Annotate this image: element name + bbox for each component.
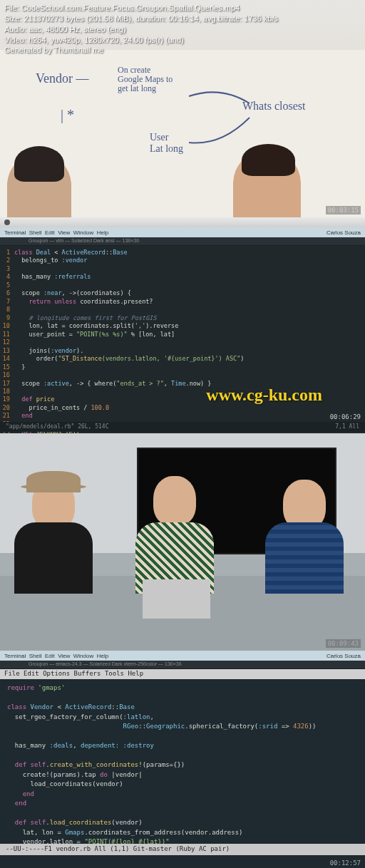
person-head [7, 153, 71, 217]
hand-oncreate: On createGoogle Maps toget lat long [118, 66, 173, 94]
arrow-icon [185, 82, 253, 118]
laptop [143, 579, 210, 619]
person-left [14, 480, 93, 594]
timestamp: 00:09:43 [326, 639, 361, 648]
meta-generated: Generated by Thumbnail me [4, 45, 278, 56]
timestamp: 00:12:57 [330, 859, 361, 867]
vim-status-bar: "app/models/deal.rb" 26L, 514C 7,1 All [0, 422, 365, 432]
hand-vendor: Vendor — [36, 71, 89, 86]
meta-video: Video: h264, yuv420p, 1280x720, 24.00 fp… [4, 35, 278, 46]
timestamp: 00:03:15 [326, 206, 361, 215]
terminal-tabs: Groupon — emacs-24.3 — Solarized Dark xt… [0, 661, 365, 669]
menubar-items: Terminal Shell Edit View Window Help [4, 229, 108, 236]
thumbnail-editor-emacs: Terminal Shell Edit View Window Help Car… [0, 651, 365, 868]
code-editor[interactable]: 1class Deal < ActiveRecord::Base 2 belon… [0, 246, 365, 433]
meta-audio: Audio: aac, 48000 Hz, stereo (eng) [4, 24, 278, 35]
person-right [265, 480, 344, 594]
code-editor[interactable]: require 'gmaps' class Vendor < ActiveRec… [0, 679, 365, 868]
video-metadata: File: CodeSchool.com.Feature.Focus.Group… [4, 3, 278, 56]
mac-menubar: Terminal Shell Edit View Window Help Car… [0, 227, 365, 237]
emacs-modeline: --UU-:----F1 vendor.rb All (1,1) Git-mas… [0, 844, 365, 855]
arrow-icon [185, 114, 253, 150]
mac-menubar: Terminal Shell Edit View Window Help Car… [0, 651, 365, 661]
tab: Groupon — emacs-24.3 — Solarized Dark xt… [29, 661, 182, 668]
hand-star: | * [61, 107, 74, 123]
person-head [233, 150, 301, 217]
status-file: "app/models/deal.rb" 26L, 514C [6, 423, 109, 430]
hand-user: UserLat long [150, 132, 183, 155]
emacs-minibuffer[interactable] [0, 855, 365, 868]
meta-size: Size: 211370273 bytes (201.58 MiB), dura… [4, 14, 278, 24]
apple-icon [4, 219, 10, 225]
person-center [135, 476, 214, 594]
emacs-menubar: File Edit Options Buffers Tools Help [0, 669, 365, 679]
terminal-tabs: Groupon — vim — Solarized Dark ansi — 13… [0, 237, 365, 246]
mac-titlebar [0, 217, 365, 227]
hat-icon [26, 471, 81, 492]
thumbnail-editor-vim: Terminal Shell Edit View Window Help Car… [0, 217, 365, 433]
menubar-user: Carlos Souza [327, 229, 361, 236]
timestamp: 00:06:29 [330, 413, 361, 420]
status-pos: 7,1 All [335, 423, 359, 430]
tab: Groupon — vim — Solarized Dark ansi — 13… [29, 238, 139, 244]
thumbnail-office: 00:09:43 [0, 433, 365, 651]
menubar-items: Terminal Shell Edit View Window Help [4, 653, 108, 659]
meta-file: File: CodeSchool.com.Feature.Focus.Group… [4, 3, 278, 14]
menubar-user: Carlos Souza [327, 653, 361, 659]
watermark: www.cg-ku.com [206, 386, 322, 405]
